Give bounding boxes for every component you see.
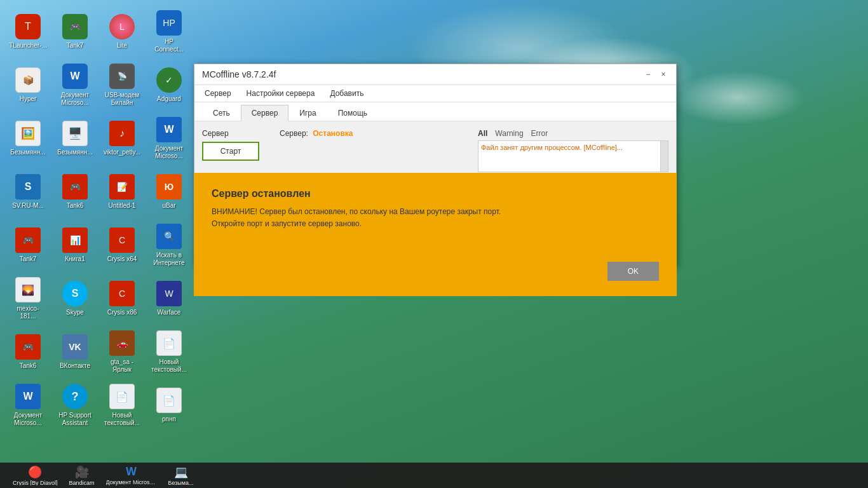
icon-label: TLauncher-... — [9, 42, 46, 50]
icon-new-txt2[interactable]: 📄 Новый текстовый... — [100, 380, 144, 431]
icon-skype[interactable]: S Skype — [53, 273, 97, 324]
icon-lite[interactable]: L Lite — [100, 6, 144, 57]
log-scrollbar[interactable] — [660, 141, 668, 172]
taskbar-bandicam[interactable]: 🎥 Bandicam — [63, 464, 101, 487]
alert-title: Сервер остановлен — [212, 188, 659, 200]
log-section: All Warning Error Файл занят другим проц… — [478, 129, 668, 172]
log-filter-warning[interactable]: Warning — [495, 129, 523, 138]
icon-bezimyann1[interactable]: 🖼️ Безымянн... — [6, 113, 50, 164]
start-server-button[interactable]: Старт — [202, 142, 259, 161]
log-box: Файл занят другим процессом. [MCoffline]… — [478, 140, 668, 172]
icon-vk[interactable]: VK ВКонтакте — [53, 327, 97, 377]
icon-tank6b[interactable]: 🎮 Tank6 — [6, 327, 50, 377]
icon-gta[interactable]: 🚗 gta_sa - Ярлык — [100, 327, 144, 377]
desktop-icons: T TLauncher-... 🎮 Tank7 L Lite HP HP Con… — [6, 6, 192, 431]
window-title: MCoffline v8.7.2.4f — [202, 69, 276, 79]
icon-ubar[interactable]: Ю uBar — [147, 166, 191, 217]
taskbar-word[interactable]: W Документ Microsо... — [102, 464, 161, 487]
icon-tank6[interactable]: 🎮 Tank6 — [53, 166, 97, 217]
icon-word3[interactable]: W Документ Microsо... — [6, 380, 50, 431]
icon-adguard[interactable]: ✓ Adguard — [147, 60, 191, 111]
window-controls: − × — [643, 69, 668, 79]
icon-hp-connect[interactable]: HP HP Connect... — [147, 6, 191, 57]
log-filter-error[interactable]: Error — [531, 129, 548, 138]
server-controls: Сервер Старт — [202, 129, 272, 172]
tab-server[interactable]: Сервер — [241, 105, 289, 121]
window-tabs: Сеть Сервер Игра Помощь — [194, 102, 676, 121]
icon-viktor[interactable]: ♪ viktor_petly... — [100, 113, 144, 164]
unnamed-taskbar-icon: 💻 — [174, 465, 188, 479]
icon-word2[interactable]: W Документ Microsо... — [147, 113, 191, 164]
icon-search-ie[interactable]: 🔍 Искать в Интернете — [147, 220, 191, 271]
alert-dialog: Сервер остановлен ВНИМАНИЕ! Сервер был о… — [194, 173, 677, 296]
log-filter-all[interactable]: All — [478, 129, 487, 138]
close-button[interactable]: × — [658, 69, 668, 79]
icon-crysis86[interactable]: C Crysis x86 — [100, 273, 144, 324]
taskbar: 🔴 Crysis [By Diavol] 🎥 Bandicam W Докуме… — [0, 463, 868, 488]
window-menubar: Сервер Настройки сервера Добавить — [194, 85, 676, 102]
tab-game[interactable]: Игра — [288, 105, 327, 121]
icon-untitled[interactable]: 📝 Untitled-1 — [100, 166, 144, 217]
icon-tank7[interactable]: 🎮 Tank7 — [53, 6, 97, 57]
status-section: Сервер: Остановка — [280, 129, 470, 172]
bandicam-taskbar-icon: 🎥 — [75, 465, 89, 479]
tab-help[interactable]: Помощь — [327, 105, 378, 121]
icon-hp-support[interactable]: ? HP Support Assistant — [53, 380, 97, 431]
icon-word1[interactable]: W Документ Microsо... — [53, 60, 97, 111]
menu-server[interactable]: Сервер — [202, 88, 234, 99]
alert-ok-button[interactable]: OK — [607, 262, 659, 281]
icon-tlauncher[interactable]: T TLauncher-... — [6, 6, 50, 57]
icon-crysis64[interactable]: C Crysis x64 — [100, 220, 144, 271]
minimize-button[interactable]: − — [643, 69, 653, 79]
taskbar-unnamed[interactable]: 💻 Безыма... — [162, 464, 200, 487]
icon-hyper[interactable]: 📦 Hyper — [6, 60, 50, 111]
alert-footer: OK — [212, 262, 659, 281]
icon-tank7b[interactable]: 🎮 Tank7 — [6, 220, 50, 271]
alert-text-line1: ВНИМАНИЕ! Сервер был остановлен, по скол… — [212, 207, 501, 216]
word-taskbar-icon: W — [126, 465, 137, 478]
icon-mexico[interactable]: 🌄 mexico-181... — [6, 273, 50, 324]
server-section: Сервер Старт Сервер: Остановка All Warni… — [202, 129, 668, 172]
tab-network[interactable]: Сеть — [202, 105, 241, 121]
crysis-taskbar-label: Crysis [By Diavol] — [13, 480, 58, 485]
icon-usb-modem[interactable]: 📡 USB-модем Билайн — [100, 60, 144, 111]
icon-new-txt[interactable]: 📄 Новый текстовый... — [147, 327, 191, 377]
bandicam-taskbar-label: Bandicam — [69, 480, 95, 485]
icon-warface[interactable]: W Warface — [147, 273, 191, 324]
icon-rpnp[interactable]: 📄 рпнп — [147, 380, 191, 431]
log-filters: All Warning Error — [478, 129, 668, 138]
menu-server-settings[interactable]: Настройки сервера — [244, 88, 318, 99]
alert-text: ВНИМАНИЕ! Сервер был остановлен, по скол… — [212, 206, 659, 230]
log-entry: Файл занят другим процессом. [MCoffline]… — [481, 144, 665, 151]
menu-add[interactable]: Добавить — [327, 88, 366, 99]
desktop: T TLauncher-... 🎮 Tank7 L Lite HP HP Con… — [0, 0, 868, 488]
icon-kniga[interactable]: 📊 Книга1 — [53, 220, 97, 271]
taskbar-crysis[interactable]: 🔴 Crysis [By Diavol] — [9, 464, 62, 487]
alert-text-line2: Откройте порт и запустите сервер заново. — [212, 219, 362, 228]
icon-bezimyann2[interactable]: 🖥️ Безымянн... — [53, 113, 97, 164]
unnamed-taskbar-label: Безыма... — [168, 480, 194, 485]
crysis-taskbar-icon: 🔴 — [28, 465, 42, 479]
status-label: Сервер: Остановка — [280, 129, 470, 138]
status-prefix: Сервер: — [280, 129, 308, 138]
icon-svrum[interactable]: S SV.RU-M... — [6, 166, 50, 217]
status-value: Остановка — [313, 129, 353, 138]
window-titlebar: MCoffline v8.7.2.4f − × — [194, 64, 676, 85]
word-taskbar-label: Документ Microsо... — [106, 479, 157, 485]
server-section-label: Сервер — [202, 129, 272, 138]
